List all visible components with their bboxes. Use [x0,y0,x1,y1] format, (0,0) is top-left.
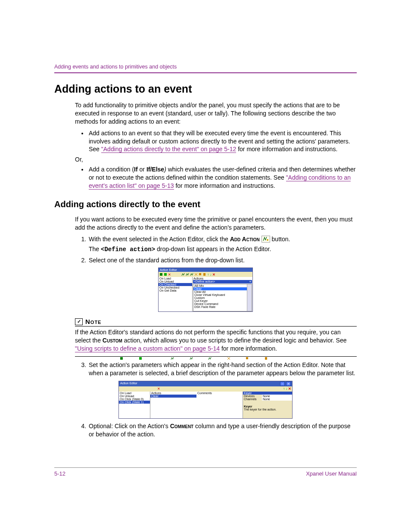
close-icon: ✕ [157,387,160,391]
toolbar-icon [159,273,163,276]
down-arrow-icon: ↓ [286,387,287,391]
action-editor-figure-1: Action Editor ✕ ↑ ↓ ✕ On LoadOn UnloadOn… [158,268,253,312]
figure-1-wrap: Action Editor ✕ ↑ ↓ ✕ On LoadOn UnloadOn… [54,268,357,312]
bullet2-or: or [138,166,146,173]
fig1-event-item: On Unchecked [159,286,192,289]
step1-a: With the event selected in the Action Ed… [89,236,230,243]
note-b: action, which allows you to use scripts … [122,337,347,344]
bullet-add-condition: Add a condition (If or If/Else) which ev… [88,165,357,190]
link-adding-actions-directly[interactable]: "Adding actions directly to the event" o… [101,146,236,153]
ifelse-bold: If/Else [146,166,164,173]
svg-point-0 [267,239,268,241]
up-arrow-icon: ↑ [207,273,209,277]
fig1-event-item: On Get Data [159,289,192,292]
fig1-option: Clear [193,287,252,290]
fig1-option: Clear All [193,290,252,293]
combo-dropdown-icon: ▾ [249,280,251,283]
define-action-mono: <Define action> [101,246,155,253]
steps-list: With the event selected in the Action Ed… [75,235,357,264]
fig1-combo-text: <Define action> [194,280,215,283]
down-arrow-icon: ↓ [210,273,212,277]
close-icon: ✕ [168,273,171,277]
method-bullet-list-2: Add a condition (If or If/Else) which ev… [75,165,357,190]
fig1-event-item: On Checked [159,283,192,286]
page-number: 5-12 [54,470,65,477]
fig1-events-pane: On LoadOn UnloadOn CheckedOn UncheckedOn… [159,277,193,311]
step1-b: button. [270,236,290,243]
page-footer: 5-12 Xpanel User Manual [54,467,357,477]
prop-value: None [262,395,292,398]
note-c: for more information. [220,345,277,352]
fig2-comment-cell [196,395,243,398]
fig2-body: On LoadOn UnloadOn Click (State 0)On Cli… [119,392,292,418]
step4-a: Optional: Click on the Action's [89,423,170,429]
svg-rect-1 [160,273,162,276]
up-arrow-icon: ↑ [283,387,285,391]
manual-title: Xpanel User Manual [306,470,357,477]
step-2: Select one of the standard actions from … [88,256,357,264]
section-intro: If you want actions to be executed every… [75,215,357,232]
fig2-event-item: On Click (State 0) [119,398,150,401]
fig1-option: DSK Fade Rate [193,305,252,308]
fig1-option: Close Virtual Keyboard [193,293,252,296]
fig2-event-item: On Unload [119,395,150,398]
toolbar-icon [164,273,167,276]
delete-icon: ✕ [288,387,291,391]
step-4: Optional: Click on the Action's Comment … [88,422,357,439]
fig1-define-action-combo: <Define action> ▾ [193,280,252,283]
comment-label: Comment [170,423,194,429]
bullet1-text-b: for more information and instructions. [236,146,337,152]
close-icon: ✕ [286,382,291,386]
document-page: Adding events and actions to primitives … [0,0,411,532]
svg-rect-2 [164,273,167,276]
prop-name: Devices [243,395,262,398]
link-using-scripts[interactable]: "Using scripts to define a custom action… [75,345,220,352]
or-separator: Or, [75,156,357,163]
step1-line2-a: The [89,246,101,252]
svg-rect-8 [265,357,267,360]
fig2-desc-head: Keyer [243,405,292,408]
steps-list-cont2: Optional: Click on the Action's Comment … [75,422,357,439]
svg-rect-5 [120,357,123,360]
fig2-mid-pane: Actions Comments Clear [150,392,243,418]
step1-line2-b: drop-down list appears in the Action Edi… [155,246,271,252]
fig1-titlebar: Action Editor [159,268,252,272]
fig1-actions-header: Actions [193,277,252,280]
fig2-event-item: On Click (State 1) [119,401,150,404]
fig1-toolbar: ✕ ↑ ↓ ✕ [159,272,252,277]
fig1-option: Cut Keyer [193,299,252,302]
fig2-event-item: On Load [119,392,150,395]
page-title: Adding actions to an event [54,83,357,95]
bullet2-text-c: for more information and instructions. [174,182,275,189]
svg-rect-6 [139,357,142,360]
fig2-prop-row: DevicesNone [243,395,292,398]
bullet2-text-a: Add a condition ( [89,166,134,173]
add-action-label: Add Action [230,236,260,243]
fig1-event-item: On Unload [159,280,192,283]
fig1-option: AB Mix [193,284,252,287]
col-comments: Comments [196,392,243,395]
custom-label: Custom [103,337,122,344]
svg-rect-7 [246,357,248,359]
fig2-action-cell: Clear [150,395,196,398]
section-heading: Adding actions directly to the event [54,199,357,209]
bullet-add-actions: Add actions to an event so that they wil… [88,129,357,154]
toolbar-icon [186,273,189,276]
toolbar-icon [181,273,185,276]
figure-2-wrap: Action Editor ▫ ✕ ✕ ↑ ↓ ✕ [54,381,357,419]
note-header: ✓ Note [75,318,357,327]
prop-name: Channels [243,398,262,401]
if-bold: If [134,166,138,173]
add-action-icon [262,236,270,243]
delete-icon: ✕ [212,273,215,277]
step-1: With the event selected in the Action Ed… [88,235,357,254]
fig2-desc-body: The keyer for the action. [243,408,292,411]
scissors-icon [194,273,198,276]
fig2-toolbar: ✕ ↑ ↓ ✕ [119,386,292,392]
svg-rect-4 [203,273,206,276]
fig1-dropdown-list: AB MixClearClear AllClose Virtual Keyboa… [193,284,252,311]
fig2-action-row: Clear [150,395,243,398]
intro-paragraph: To add functionality to primitive object… [75,101,357,126]
fig2-props-pane: Keyer DevicesNoneChannelsNone Keyer The … [243,392,292,418]
fig2-col-headers: Actions Comments [150,392,243,395]
